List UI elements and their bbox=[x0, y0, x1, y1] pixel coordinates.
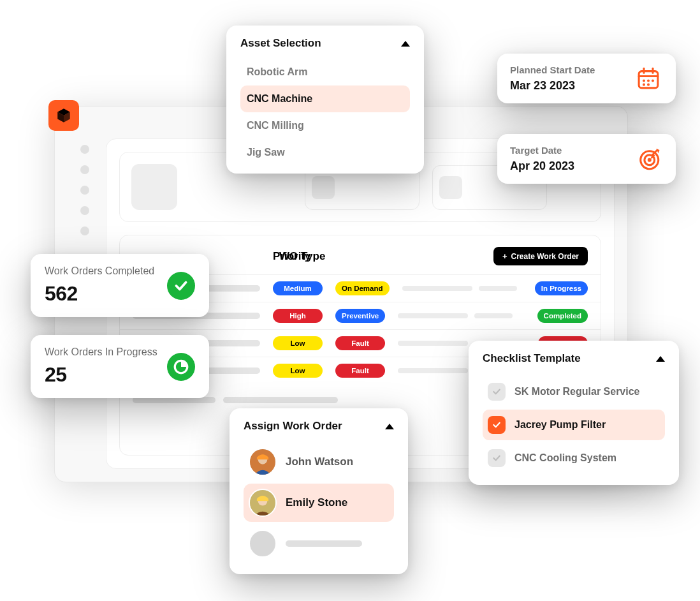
nav-skeleton bbox=[80, 145, 89, 235]
assign-title: Assign Work Order bbox=[244, 420, 342, 433]
assign-work-order-card: Assign Work Order John WatsonEmily Stone bbox=[230, 408, 408, 574]
collapse-icon[interactable] bbox=[656, 356, 665, 362]
assignee-name: Emily Stone bbox=[286, 496, 347, 509]
assign-item[interactable]: Emily Stone bbox=[244, 484, 394, 522]
svg-point-8 bbox=[647, 84, 650, 86]
image-placeholder bbox=[131, 164, 177, 210]
completed-label: Work Orders Completed bbox=[45, 265, 167, 277]
planned-start-value: Mar 23 2023 bbox=[510, 79, 625, 93]
target-date-label: Target Date bbox=[510, 145, 625, 156]
assign-item[interactable] bbox=[244, 524, 394, 563]
checkbox-icon bbox=[488, 449, 506, 467]
type-pill: On Demand bbox=[335, 281, 390, 295]
create-work-order-button[interactable]: + Create Work Order bbox=[493, 247, 588, 265]
target-date-value: Apr 20 2023 bbox=[510, 160, 625, 173]
create-button-label: Create Work Order bbox=[511, 252, 579, 261]
planned-start-label: Planned Start Date bbox=[510, 64, 625, 75]
checklist-item-label: SK Motor Regular Service bbox=[514, 386, 640, 397]
type-pill: Fault bbox=[335, 336, 385, 350]
calendar-icon bbox=[634, 64, 663, 93]
checklist-item-label: Jacrey Pump Filter bbox=[514, 419, 606, 431]
inprogress-label: Work Orders In Progress bbox=[45, 346, 167, 358]
progress-badge-icon bbox=[167, 353, 195, 381]
plus-icon: + bbox=[502, 251, 507, 261]
svg-point-5 bbox=[647, 79, 650, 82]
asset-item[interactable]: CNC Machine bbox=[240, 85, 410, 112]
svg-point-7 bbox=[643, 84, 645, 86]
type-pill: Fault bbox=[335, 364, 385, 378]
status-pill: In Progress bbox=[535, 281, 588, 295]
status-pill: Completed bbox=[537, 309, 588, 323]
target-icon bbox=[634, 144, 663, 174]
svg-point-11 bbox=[648, 158, 652, 162]
assignee-name: John Watson bbox=[286, 456, 353, 468]
checklist-template-card: Checklist Template SK Motor Regular Serv… bbox=[469, 341, 679, 485]
planned-start-card: Planned Start Date Mar 23 2023 bbox=[497, 54, 676, 103]
priority-pill: High bbox=[273, 309, 323, 323]
checklist-title: Checklist Template bbox=[483, 352, 581, 365]
collapse-icon[interactable] bbox=[385, 424, 394, 429]
name-placeholder bbox=[286, 540, 362, 547]
avatar bbox=[249, 489, 277, 517]
inprogress-value: 25 bbox=[45, 363, 167, 387]
priority-pill: Low bbox=[273, 336, 323, 350]
checklist-item[interactable]: Jacrey Pump Filter bbox=[483, 410, 665, 440]
asset-selection-card: Asset Selection Robotic ArmCNC MachineCN… bbox=[226, 26, 424, 174]
inprogress-metric-card: Work Orders In Progress 25 bbox=[31, 335, 209, 398]
completed-value: 562 bbox=[45, 282, 167, 306]
priority-pill: Medium bbox=[273, 281, 323, 295]
target-date-card: Target Date Apr 20 2023 bbox=[497, 134, 676, 184]
assign-item[interactable]: John Watson bbox=[244, 443, 394, 481]
checklist-item[interactable]: SK Motor Regular Service bbox=[483, 376, 665, 407]
row-skeleton bbox=[398, 313, 524, 318]
svg-point-6 bbox=[652, 79, 654, 82]
checklist-item[interactable]: CNC Cooling System bbox=[483, 443, 665, 473]
avatar-placeholder bbox=[249, 530, 277, 558]
checkbox-icon bbox=[488, 416, 506, 434]
type-pill: Preventive bbox=[335, 309, 385, 323]
asset-item[interactable]: CNC Milling bbox=[240, 112, 410, 139]
asset-item[interactable]: Jig Saw bbox=[240, 139, 410, 166]
asset-selection-title: Asset Selection bbox=[240, 37, 321, 50]
row-skeleton bbox=[402, 286, 522, 291]
completed-metric-card: Work Orders Completed 562 bbox=[31, 254, 209, 317]
cube-icon bbox=[55, 107, 72, 124]
priority-pill: Low bbox=[273, 364, 323, 378]
check-badge-icon bbox=[167, 272, 195, 300]
collapse-icon[interactable] bbox=[401, 41, 410, 47]
app-logo bbox=[48, 100, 79, 131]
avatar bbox=[249, 448, 277, 476]
checklist-item-label: CNC Cooling System bbox=[514, 452, 616, 464]
svg-point-4 bbox=[643, 79, 645, 82]
type-column-header: WO Type bbox=[273, 250, 368, 263]
checkbox-icon bbox=[488, 383, 506, 401]
asset-item[interactable]: Robotic Arm bbox=[240, 59, 410, 85]
